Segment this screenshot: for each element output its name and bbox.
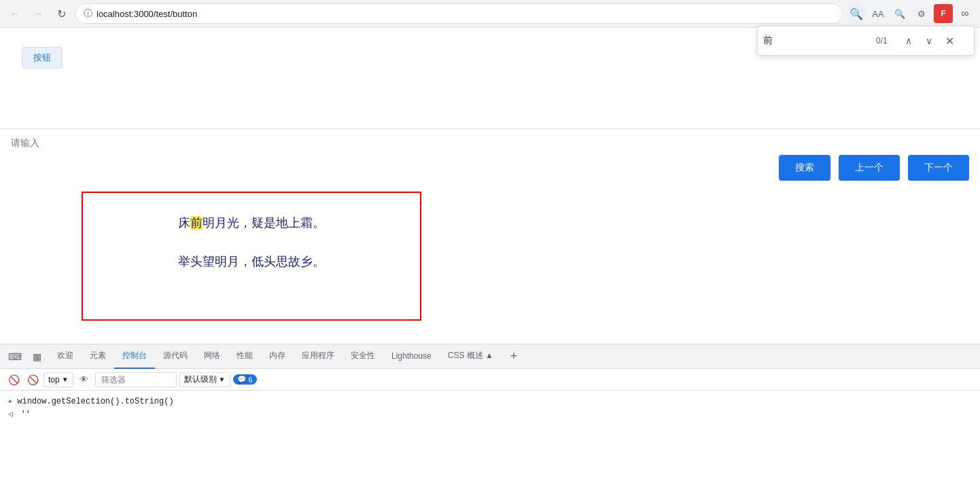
console-line-2: ◁ '' [8, 408, 972, 421]
zoom-icon: 🔍 [894, 9, 905, 19]
plus-icon: + [510, 349, 518, 363]
search-button[interactable]: 搜索 [779, 155, 830, 181]
find-icon: 🔍 [850, 7, 863, 20]
level-selector[interactable]: 默认级别 ▼ [179, 372, 230, 387]
find-input[interactable] [763, 35, 872, 46]
tab-application[interactable]: 应用程序 [294, 344, 343, 369]
find-next-button[interactable]: ∨ [921, 33, 937, 49]
find-bar: 0/1 ∧ ∨ ✕ [757, 26, 975, 56]
profile-icon: F [941, 9, 945, 18]
tab-memory-label: 内存 [269, 350, 285, 361]
reload-icon: ↻ [57, 7, 66, 20]
mobile-icon: ⌨ [8, 351, 22, 362]
poem-prefix: 床 [178, 216, 190, 230]
address-bar[interactable] [97, 9, 834, 19]
poem-highlight: 前 [190, 216, 203, 230]
console-result-arrow: ◁ [8, 410, 13, 419]
devtools-panel: ⌨ ▦ 欢迎 元素 控制台 源代码 网络 性能 内存 应用程序 安全性 [0, 344, 980, 498]
back-button[interactable]: ← [5, 4, 24, 23]
inspect-button[interactable]: ▦ [27, 347, 46, 366]
prev-button[interactable]: 上一个 [839, 155, 900, 181]
poem-line-2: 举头望明月，低头思故乡。 [110, 252, 393, 272]
no-issues-button[interactable]: 🚫 [24, 372, 41, 388]
toolbar-right: 🔍 A​A 🔍 ⚙ F ∞ 0/1 ∧ [847, 4, 975, 23]
message-icon: 💬 [237, 375, 247, 384]
close-icon: ✕ [945, 35, 954, 48]
context-dropdown-icon: ▼ [62, 376, 69, 383]
context-selector[interactable]: top ▼ [43, 372, 73, 387]
console-line-1: ▸ window.getSelection().toString() [8, 395, 972, 408]
page-content-area: 按钮 搜索 上一个 下一个 床前明月光，疑是地上霜。 举头望明月，低头思故乡。 [0, 28, 980, 344]
console-code-text: window.getSelection().toString() [17, 397, 173, 406]
profile-button[interactable]: F [934, 4, 953, 23]
find-close-button[interactable]: ✕ [941, 33, 958, 49]
message-count-badge[interactable]: 💬 6 [233, 374, 257, 385]
tab-lighthouse-label: Lighthouse [391, 351, 432, 361]
zoom-button[interactable]: 🔍 [890, 4, 909, 23]
find-prev-button[interactable]: ∧ [900, 33, 917, 49]
tab-network[interactable]: 网络 [196, 344, 228, 369]
tab-elements-label: 元素 [90, 350, 106, 361]
address-bar-container: ⓘ [75, 3, 843, 24]
tab-application-label: 应用程序 [302, 350, 334, 361]
settings-button[interactable]: ⚙ [912, 4, 931, 23]
tab-welcome[interactable]: 欢迎 [49, 344, 82, 369]
level-label: 默认级别 [184, 374, 217, 385]
info-icon: ⓘ [84, 7, 92, 20]
clear-console-button[interactable]: 🚫 [5, 372, 22, 388]
tab-memory[interactable]: 内存 [261, 344, 294, 369]
find-count: 0/1 [876, 36, 896, 46]
more-icon: ∞ [961, 7, 968, 20]
browser-chrome: ← → ↻ ⓘ 🔍 A​A 🔍 ⚙ [0, 0, 980, 28]
settings-icon: ⚙ [917, 9, 926, 19]
find-button[interactable]: 🔍 [847, 4, 866, 23]
console-toolbar: 🚫 🚫 top ▼ 👁 默认级别 ▼ 💬 6 [0, 369, 980, 391]
tab-console-label: 控制台 [122, 350, 147, 361]
poem-suffix: 明月光，疑是地上霜。 [203, 216, 325, 230]
forward-icon: → [33, 7, 43, 20]
context-label: top [48, 375, 60, 385]
back-icon: ← [10, 7, 20, 20]
tab-sources-label: 源代码 [163, 350, 188, 361]
tab-sources[interactable]: 源代码 [155, 344, 196, 369]
add-tab-button[interactable]: + [504, 347, 523, 366]
tab-elements[interactable]: 元素 [82, 344, 114, 369]
tab-welcome-label: 欢迎 [57, 350, 73, 361]
font-button[interactable]: A​A [869, 4, 888, 23]
next-button[interactable]: 下一个 [908, 155, 969, 181]
filter-input[interactable] [95, 372, 177, 387]
tab-security[interactable]: 安全性 [343, 344, 383, 369]
devtools-tabs: ⌨ ▦ 欢迎 元素 控制台 源代码 网络 性能 内存 应用程序 安全性 [0, 344, 980, 369]
chevron-up-icon: ∧ [905, 35, 912, 46]
eye-icon: 👁 [80, 374, 88, 385]
tab-css-overview[interactable]: CSS 概述 ▲ [440, 344, 502, 369]
device-toolbar-button[interactable]: ⌨ [5, 347, 24, 366]
tab-performance-label: 性能 [237, 350, 253, 361]
tab-console[interactable]: 控制台 [114, 344, 155, 369]
level-dropdown-icon: ▼ [219, 376, 226, 383]
action-buttons-row: 搜索 上一个 下一个 [0, 149, 980, 186]
tab-performance[interactable]: 性能 [228, 344, 261, 369]
search-input[interactable] [11, 137, 969, 148]
clear-icon: 🚫 [8, 374, 20, 385]
tab-css-overview-label: CSS 概述 ▲ [448, 350, 493, 361]
more-button[interactable]: ∞ [956, 4, 975, 23]
tab-network-label: 网络 [204, 350, 220, 361]
console-arrow-icon[interactable]: ▸ [8, 396, 13, 406]
browser-toolbar: ← → ↻ ⓘ 🔍 A​A 🔍 ⚙ [0, 0, 980, 27]
console-result-text: '' [20, 410, 30, 419]
poem-line-1: 床前明月光，疑是地上霜。 [110, 213, 393, 233]
poem-container: 床前明月光，疑是地上霜。 举头望明月，低头思故乡。 [82, 192, 421, 321]
eye-button[interactable]: 👁 [76, 372, 92, 388]
font-icon: A​A [872, 9, 883, 19]
page-button[interactable]: 按钮 [22, 47, 63, 69]
reload-button[interactable]: ↻ [52, 4, 71, 23]
no-issues-icon: 🚫 [27, 374, 39, 385]
tab-lighthouse[interactable]: Lighthouse [383, 344, 440, 369]
console-output: ▸ window.getSelection().toString() ◁ '' [0, 391, 980, 425]
inspect-icon: ▦ [33, 351, 41, 362]
forward-button[interactable]: → [29, 4, 48, 23]
tab-security-label: 安全性 [351, 350, 375, 361]
message-count: 6 [249, 376, 253, 384]
chevron-down-icon: ∨ [926, 35, 932, 46]
